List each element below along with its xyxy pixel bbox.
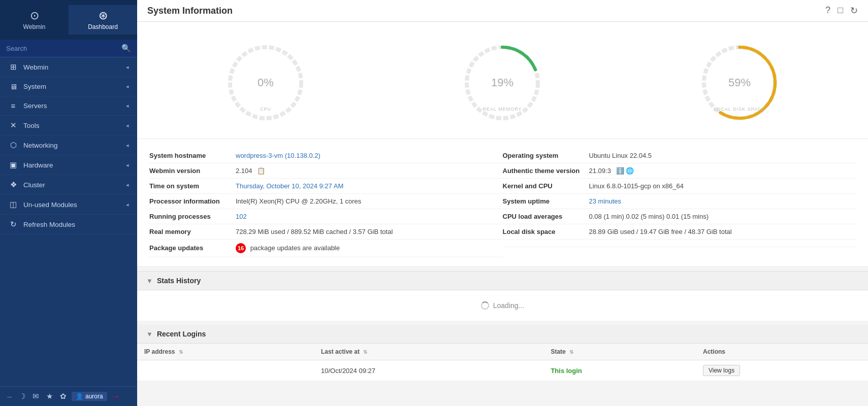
hostname-row: System hostname wordpress-3-vm (10.138.0… [149,148,503,163]
help-icon[interactable]: ? [825,5,830,16]
gauges-section: 0% CPU 19% REAL MEMORY [137,22,868,139]
running-processes-label: Running processes [149,213,236,220]
row-state: This login [543,360,696,381]
footer-user[interactable]: 👤 aurora [72,392,107,401]
user-label: aurora [85,393,103,400]
col-actions: Actions [696,344,868,360]
theme-icons[interactable]: ℹ️ 🌐 [616,167,634,175]
stats-history-header[interactable]: ▼ Stats History [137,272,868,290]
col-last-active: Last active at ⇅ [314,344,543,360]
sidebar-item-hardware[interactable]: ▣ Hardware ◂ [0,155,137,175]
package-badge: 16 [236,243,246,253]
version-icon[interactable]: 📋 [257,167,265,175]
sidebar-webmin-logo[interactable]: ⊙ Webmin [0,5,69,35]
cpu-load-row: CPU load averages 0.08 (1 min) 0.02 (5 m… [503,209,856,224]
sidebar-footer: ⏤ ☽ ✉ ★ ✿ 👤 aurora → [0,386,137,406]
real-memory-gauge-svg: 19% REAL MEMORY [457,37,548,128]
page-title: System Information [147,6,233,16]
recent-logins-chevron: ▼ [146,330,153,338]
col-state-label: State [551,348,565,355]
sidebar-item-refresh-modules[interactable]: ↻ Refresh Modules [0,215,137,234]
webmin-version-label: Webmin version [149,167,236,175]
networking-arrow-icon: ◂ [126,142,129,149]
sidebar-item-label: Tools [23,122,40,129]
view-logs-button[interactable]: View logs [703,365,740,376]
recent-logins-section: ▼ Recent Logins IP address ⇅ Last active… [137,325,868,381]
cluster-arrow-icon: ◂ [126,182,129,188]
webmin-icon: ⊙ [30,9,39,22]
logout-icon[interactable]: → [111,391,120,402]
sidebar-item-label: System [23,83,46,90]
time-row: Time on system Thursday, October 10, 202… [149,179,503,194]
sidebar-item-label: Hardware [23,161,53,169]
col-state-sort[interactable]: ⇅ [569,349,573,355]
search-bar: 🔍 [0,40,137,57]
svg-text:19%: 19% [491,76,513,89]
col-last-active-label: Last active at [321,348,360,355]
table-row: 10/Oct/2024 09:27 This login View logs [137,360,868,381]
package-link[interactable]: package updates are available [250,244,340,252]
refresh-icon[interactable]: ↻ [850,5,858,16]
real-memory-row: Real memory 728.29 MiB used / 889.52 MiB… [149,224,503,240]
row-ip [137,360,314,381]
uptime-value[interactable]: 23 minutes [589,197,622,205]
sidebar-header: ⊙ Webmin ⊛ Dashboard [0,0,137,40]
window-icon[interactable]: □ [838,5,843,16]
cpu-gauge-svg: 0% CPU [220,37,311,128]
time-label: Time on system [149,182,236,190]
servers-arrow-icon: ◂ [126,103,129,109]
sidebar-item-networking[interactable]: ⬡ Networking ◂ [0,136,137,155]
sidebar-item-cluster[interactable]: ❖ Cluster ◂ [0,175,137,195]
sidebar-item-label: Webmin [23,63,48,71]
footer-star-icon[interactable]: ★ [44,391,55,402]
loading-text: Loading... [493,301,525,310]
sidebar-item-label: Un-used Modules [23,201,77,209]
sidebar-item-label: Networking [23,142,58,149]
time-value[interactable]: Thursday, October 10, 2024 9:27 AM [236,182,343,190]
sidebar-item-webmin[interactable]: ⊞ Webmin ◂ [0,57,137,77]
footer-mail-icon[interactable]: ✉ [30,391,41,402]
footer-night-icon[interactable]: ☽ [17,391,27,402]
user-icon: 👤 [76,393,83,400]
sidebar-item-label: Refresh Modules [23,221,75,228]
footer-minimize-icon[interactable]: ⏤ [5,391,14,402]
processor-value: Intel(R) Xeon(R) CPU @ 2.20GHz, 1 cores [236,197,361,205]
sidebar: ⊙ Webmin ⊛ Dashboard 🔍 ⊞ Webmin ◂ 🖥 Syst… [0,0,137,406]
unused-modules-arrow-icon: ◂ [126,201,129,208]
real-memory-value: 728.29 MiB used / 889.52 MiB cached / 3.… [236,228,393,235]
svg-text:0%: 0% [258,76,274,89]
cluster-nav-icon: ❖ [8,180,18,189]
recent-logins-header[interactable]: ▼ Recent Logins [137,325,868,344]
sidebar-item-servers[interactable]: ≡ Servers ◂ [0,96,137,116]
sysinfo-right: Operating system Ubuntu Linux 22.04.5 Au… [503,148,856,257]
sidebar-item-tools[interactable]: ✕ Tools ◂ [0,116,137,136]
system-arrow-icon: ◂ [126,83,129,90]
theme-label: Authentic theme version [503,167,589,175]
webmin-version-value: 2.104 📋 [236,167,265,175]
col-ip-sort[interactable]: ⇅ [179,349,183,355]
svg-text:CPU: CPU [260,107,271,112]
local-disk-gauge: 59% LOCAL DISK SPACE [694,37,785,128]
content: 0% CPU 19% REAL MEMORY [137,22,868,381]
logins-table: IP address ⇅ Last active at ⇅ State ⇅ [137,344,868,381]
top-bar-icons: ? □ ↻ [825,5,858,16]
system-info-section: System hostname wordpress-3-vm (10.138.0… [137,139,868,267]
cpu-gauge: 0% CPU [220,37,311,128]
sidebar-item-unused-modules[interactable]: ◫ Un-used Modules ◂ [0,195,137,215]
footer-settings-icon[interactable]: ✿ [58,391,69,402]
system-nav-icon: 🖥 [8,82,18,91]
sidebar-item-system[interactable]: 🖥 System ◂ [0,77,137,96]
webmin-nav-icon: ⊞ [8,62,18,72]
sidebar-dashboard-logo[interactable]: ⊛ Dashboard [69,5,137,35]
uptime-label: System uptime [503,197,589,205]
disk-space-row: Local disk space 28.89 GiB used / 19.47 … [503,224,856,240]
processor-label: Processor information [149,197,236,205]
hostname-value[interactable]: wordpress-3-vm (10.138.0.2) [236,152,320,159]
search-input[interactable] [6,45,121,52]
col-ip: IP address ⇅ [137,344,314,360]
col-last-active-sort[interactable]: ⇅ [363,349,367,355]
svg-text:LOCAL DISK SPACE: LOCAL DISK SPACE [714,107,765,112]
running-processes-value[interactable]: 102 [236,213,247,220]
networking-nav-icon: ⬡ [8,141,18,150]
tools-nav-icon: ✕ [8,121,18,130]
